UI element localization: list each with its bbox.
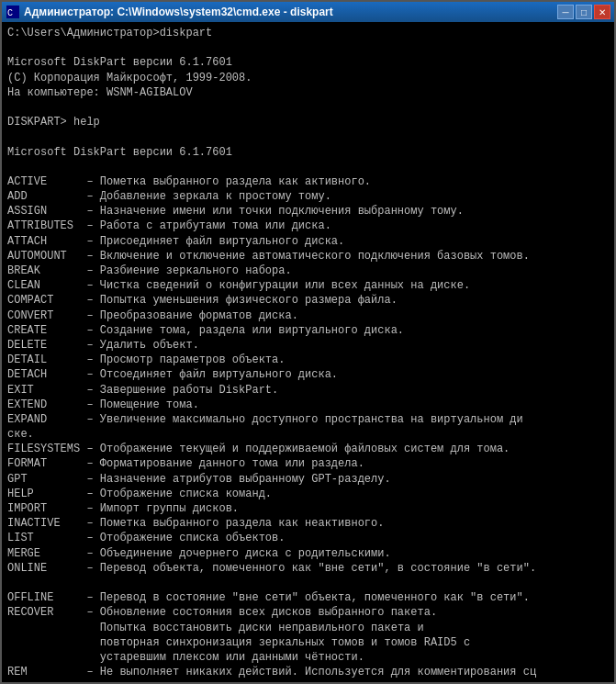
titlebar: C Администратор: C:\Windows\system32\cmd… xyxy=(2,2,614,22)
close-button[interactable]: ✕ xyxy=(594,5,610,19)
terminal-output[interactable]: C:\Users\Администратор>diskpart Microsof… xyxy=(2,22,614,682)
terminal-text: C:\Users\Администратор>diskpart Microsof… xyxy=(7,26,609,682)
window-controls: ─ □ ✕ xyxy=(557,5,610,19)
cmd-window: C Администратор: C:\Windows\system32\cmd… xyxy=(0,0,616,684)
window-title: Администратор: C:\Windows\system32\cmd.e… xyxy=(24,6,554,18)
maximize-button[interactable]: □ xyxy=(576,5,592,19)
svg-text:C: C xyxy=(7,8,13,18)
cmd-icon: C xyxy=(6,5,20,19)
minimize-button[interactable]: ─ xyxy=(557,5,574,19)
